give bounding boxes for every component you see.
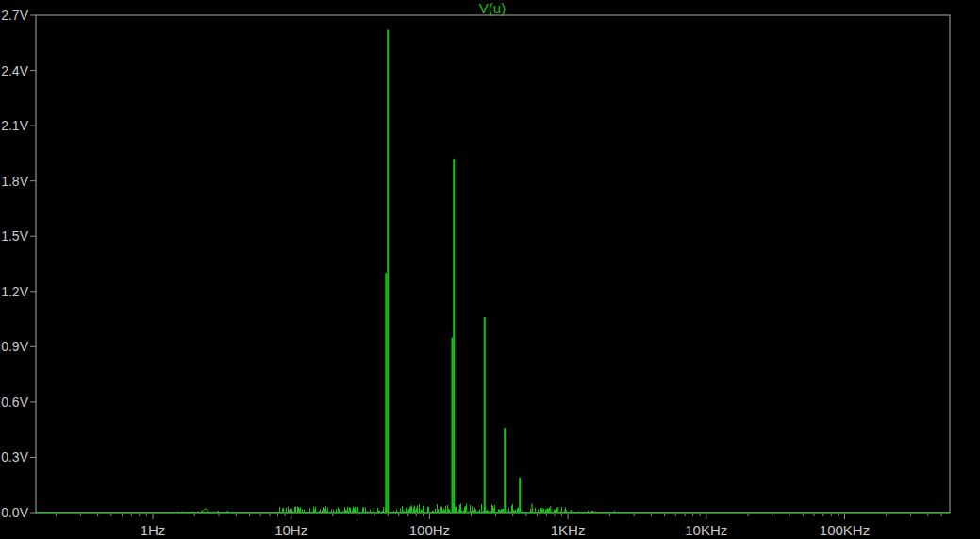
ltspice-waveform-pane: 2.7V2.4V2.1V1.8V1.5V1.2V0.9V0.6V0.3V0.0V… (0, 0, 980, 539)
spectrum-noise-floor (38, 503, 949, 513)
trace-label-vu[interactable]: V(u) (479, 0, 506, 16)
y-axis-label: 2.4V (1, 63, 28, 78)
y-axis-label: 1.2V (1, 284, 28, 299)
y-axis-label: 1.8V (1, 174, 28, 189)
x-axis-label: 100KHz (820, 522, 870, 538)
y-axis-label: 0.0V (1, 505, 28, 520)
x-axis-label: 1KHz (551, 522, 586, 538)
x-axis-label: 100Hz (409, 522, 450, 538)
x-axis-label: 10KHz (685, 522, 727, 538)
y-axis-label: 2.1V (1, 118, 28, 133)
y-axis-label: 1.5V (1, 228, 28, 244)
fft-plot-canvas[interactable]: 2.7V2.4V2.1V1.8V1.5V1.2V0.9V0.6V0.3V0.0V… (0, 0, 980, 539)
y-axis-label: 0.6V (1, 395, 28, 410)
x-axis-label: 1Hz (141, 522, 166, 538)
y-axis-label: 0.9V (1, 339, 28, 354)
y-axis-label: 0.3V (1, 449, 28, 464)
plot-border (36, 15, 950, 513)
x-axis-label: 10Hz (274, 522, 307, 538)
y-axis-label: 2.7V (1, 8, 28, 23)
